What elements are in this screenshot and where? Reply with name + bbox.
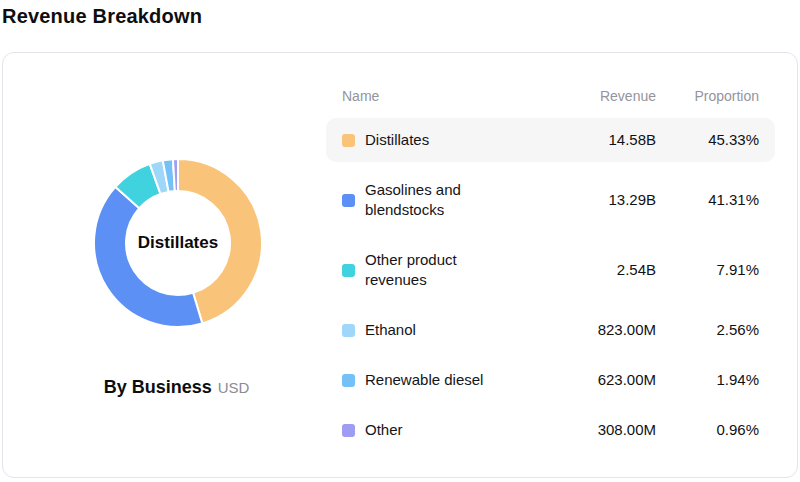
breakdown-table: Name Revenue Proportion Distillates14.58…: [326, 53, 797, 477]
donut-chart-svg: [83, 148, 273, 338]
row-proportion-value: 2.56%: [672, 320, 759, 340]
donut-slice-other[interactable]: [173, 159, 178, 191]
donut-slice-gasolines-and-blendstocks[interactable]: [94, 187, 202, 327]
row-name-label: Other: [365, 420, 403, 440]
row-name-cell: Ethanol: [342, 320, 550, 340]
row-proportion-value: 7.91%: [672, 260, 759, 280]
table-row[interactable]: Other308.00M0.96%: [326, 408, 775, 452]
row-revenue-value: 13.29B: [566, 190, 656, 210]
table-row[interactable]: Distillates14.58B45.33%: [326, 118, 775, 162]
header-proportion: Proportion: [672, 88, 759, 104]
page-title: Revenue Breakdown: [2, 4, 800, 28]
legend-swatch-icon: [342, 264, 355, 277]
legend-swatch-icon: [342, 424, 355, 437]
legend-swatch-icon: [342, 324, 355, 337]
donut-chart: Distillates: [83, 148, 273, 338]
row-name-label: Ethanol: [365, 320, 416, 340]
table-header-row: Name Revenue Proportion: [326, 86, 775, 106]
row-name-label: Gasolines and blendstocks: [365, 180, 515, 220]
row-name-cell: Other product revenues: [342, 250, 550, 290]
row-proportion-value: 1.94%: [672, 370, 759, 390]
chart-caption-unit: USD: [218, 379, 250, 396]
header-revenue: Revenue: [566, 88, 656, 104]
row-name-cell: Other: [342, 420, 550, 440]
row-name-cell: Distillates: [342, 130, 550, 150]
row-revenue-value: 2.54B: [566, 260, 656, 280]
row-revenue-value: 823.00M: [566, 320, 656, 340]
row-name-label: Other product revenues: [365, 250, 515, 290]
chart-caption-title: By Business: [104, 377, 212, 397]
legend-swatch-icon: [342, 194, 355, 207]
revenue-breakdown-card: Distillates By BusinessUSD Name Revenue …: [2, 52, 798, 478]
table-row[interactable]: Gasolines and blendstocks13.29B41.31%: [326, 168, 775, 232]
row-revenue-value: 14.58B: [566, 130, 656, 150]
row-name-cell: Renewable diesel: [342, 370, 550, 390]
table-row[interactable]: Other product revenues2.54B7.91%: [326, 238, 775, 302]
header-name: Name: [342, 88, 550, 104]
row-proportion-value: 45.33%: [672, 130, 759, 150]
row-name-cell: Gasolines and blendstocks: [342, 180, 550, 220]
row-proportion-value: 41.31%: [672, 190, 759, 210]
row-name-label: Distillates: [365, 130, 429, 150]
table-row[interactable]: Ethanol823.00M2.56%: [326, 308, 775, 352]
table-row[interactable]: Renewable diesel623.00M1.94%: [326, 358, 775, 402]
table-body: Distillates14.58B45.33%Gasolines and ble…: [326, 118, 775, 452]
row-revenue-value: 623.00M: [566, 370, 656, 390]
chart-panel: Distillates By BusinessUSD: [3, 53, 326, 477]
legend-swatch-icon: [342, 374, 355, 387]
row-proportion-value: 0.96%: [672, 420, 759, 440]
row-revenue-value: 308.00M: [566, 420, 656, 440]
chart-caption: By BusinessUSD: [15, 377, 338, 398]
legend-swatch-icon: [342, 134, 355, 147]
row-name-label: Renewable diesel: [365, 370, 483, 390]
